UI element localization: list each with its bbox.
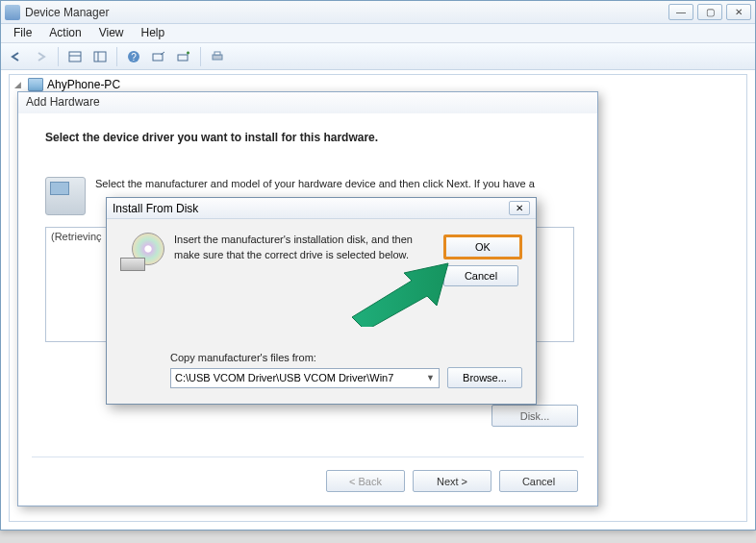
titlebar[interactable]: Device Manager — ▢ ✕	[1, 1, 755, 24]
copy-from-label: Copy manufacturer's files from:	[170, 352, 522, 363]
separator	[32, 457, 584, 457]
close-button[interactable]: ✕	[726, 4, 751, 20]
svg-rect-9	[214, 52, 220, 55]
path-combobox[interactable]: C:\USB VCOM Driver\USB VCOM Driver\Win7 …	[170, 368, 440, 388]
svg-rect-0	[69, 52, 81, 62]
path-value: C:\USB VCOM Driver\USB VCOM Driver\Win7	[175, 372, 393, 383]
cancel-button[interactable]: Cancel	[499, 470, 578, 492]
menu-view[interactable]: View	[90, 24, 133, 42]
back-icon[interactable]	[5, 46, 28, 67]
menu-action[interactable]: Action	[40, 24, 89, 42]
ifd-close-button[interactable]: ✕	[509, 201, 530, 215]
menu-file[interactable]: File	[5, 24, 40, 42]
list-view-icon[interactable]	[88, 46, 112, 67]
tree-root-label: AhyPhone-PC	[47, 78, 120, 91]
ifd-titlebar[interactable]: Install From Disk ✕	[107, 198, 536, 219]
print-icon[interactable]	[206, 46, 229, 67]
browse-button[interactable]: Browse...	[447, 367, 522, 388]
minimize-button[interactable]: —	[668, 4, 693, 20]
list-placeholder: (Retrievinç	[51, 231, 102, 242]
wizard-heading: Select the device driver you want to ins…	[45, 131, 570, 144]
disk-icon	[120, 233, 164, 271]
maximize-button[interactable]: ▢	[697, 4, 722, 20]
svg-rect-2	[94, 52, 106, 62]
detail-view-icon[interactable]	[63, 46, 87, 67]
ifd-title: Install From Disk	[113, 202, 198, 215]
window-title: Device Manager	[25, 6, 109, 19]
next-button[interactable]: Next >	[413, 470, 491, 492]
svg-rect-7	[178, 55, 188, 61]
svg-rect-8	[213, 55, 222, 60]
add-hardware-icon[interactable]	[172, 46, 195, 67]
computer-icon	[28, 78, 43, 91]
ifd-cancel-button[interactable]: Cancel	[443, 265, 518, 286]
svg-text:?: ?	[131, 52, 137, 62]
ok-button[interactable]: OK	[443, 234, 522, 259]
help-icon[interactable]: ?	[122, 46, 145, 67]
have-disk-button[interactable]: Disk...	[491, 405, 578, 427]
menubar: File Action View Help	[1, 24, 755, 43]
ifd-instruction: Insert the manufacturer's installation d…	[174, 233, 424, 271]
back-button[interactable]: < Back	[326, 470, 405, 492]
dropdown-arrow-icon[interactable]: ▼	[426, 373, 435, 383]
wizard-instruction: Select the manufacturer and model of you…	[95, 177, 535, 191]
toolbar: ?	[1, 43, 755, 70]
expand-icon[interactable]: ◢	[14, 80, 25, 90]
scan-icon[interactable]	[147, 46, 170, 67]
device-icon	[45, 177, 86, 215]
wizard-title[interactable]: Add Hardware	[18, 92, 597, 113]
menu-help[interactable]: Help	[133, 24, 174, 42]
forward-icon[interactable]	[30, 46, 53, 67]
app-icon	[5, 5, 20, 20]
install-from-disk-dialog: Install From Disk ✕ Insert the manufactu…	[106, 197, 537, 405]
